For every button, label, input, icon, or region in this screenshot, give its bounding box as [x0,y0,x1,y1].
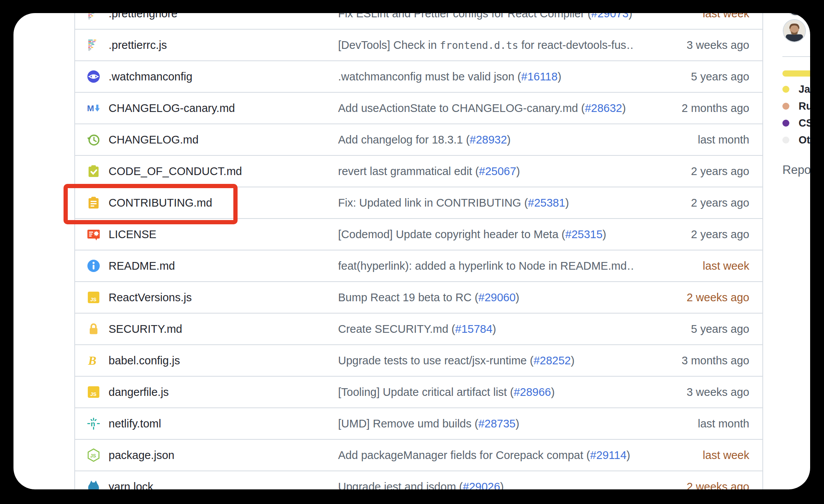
spellcheck-word: artifact [457,386,490,398]
file-name-link[interactable]: dangerfile.js [109,386,338,399]
commit-date: 2 months ago [634,102,749,115]
file-row: README.mdfeat(hyperlink): added a hyperl… [75,250,762,282]
commit-message-link[interactable]: Upgrade tests to use react/jsx-runtime (… [338,354,634,367]
contributor-avatar[interactable] [783,19,806,42]
pr-number-link[interactable]: #25315 [565,228,603,240]
commit-message-link[interactable]: Fix: Updated link in CONTRIBUTING (#2538… [338,197,634,209]
history-clock-icon [87,133,100,147]
pr-number-link[interactable]: #15784 [455,323,492,335]
pr-number-link[interactable]: #28735 [478,417,516,430]
pr-number-link[interactable]: #28932 [470,134,507,146]
pr-number-link[interactable]: #16118 [521,70,558,83]
pr-number-link[interactable]: #29026 [463,481,500,490]
file-name-link[interactable]: .prettierrc.js [109,39,338,52]
language-legend-item[interactable]: Ru [782,98,810,115]
file-name-link[interactable]: babel.config.js [109,354,338,367]
language-label: Ja [799,83,810,95]
language-legend-item[interactable]: CS [782,115,810,132]
commit-date: 2 weeks ago [634,291,749,304]
language-label: CS [799,117,810,129]
language-legend-item[interactable]: Ja [782,81,810,98]
pr-number-link[interactable]: #29060 [478,291,516,304]
commit-message-link[interactable]: Add packageManager fields for Corepack c… [338,449,634,462]
pr-number-link[interactable]: #28252 [534,354,571,367]
info-circle-icon [87,259,100,273]
commit-date: 5 years ago [634,323,749,335]
commit-message-link[interactable]: Add useActionState to CHANGELOG-canary.m… [338,102,634,115]
commit-date: 3 weeks ago [634,386,749,399]
commit-message-link[interactable]: [Codemod] Update copyright header to Met… [338,228,634,241]
svg-text:n: n [91,420,95,428]
file-name-link[interactable]: SECURITY.md [109,323,338,335]
commit-date: 3 weeks ago [634,39,749,52]
commit-date: 3 months ago [634,354,749,367]
commit-message-link[interactable]: [Tooling] Update critical artifact list … [338,386,634,399]
pr-number-link[interactable]: #28966 [514,386,551,398]
svg-text:JS: JS [90,391,97,397]
netlify-icon: n [87,417,100,431]
commit-message-link[interactable]: revert last grammatical edit (#25067) [338,165,634,178]
commit-message-link[interactable]: .watchmanconfig must be valid json (#161… [338,70,634,83]
markdown-download-icon: M [87,101,100,115]
file-row: SECURITY.mdCreate SECURITY.md (#15784)5 … [75,314,762,345]
file-name-link[interactable]: CODE_OF_CONDUCT.md [109,165,338,178]
padlock-icon [87,322,100,336]
commit-date: last month [634,417,749,430]
yarn-cat-icon [87,480,100,489]
annotation-highlight-box [64,184,238,224]
file-row: .watchmanconfig.watchmanconfig must be v… [75,61,762,93]
sidebar-divider [782,56,810,57]
node-hexagon-icon: JS [87,448,100,462]
commit-message-link[interactable]: feat(hyperlink): added a hyperlink to No… [338,260,634,272]
clipboard-check-icon [87,164,100,178]
file-name-link[interactable]: netlify.toml [109,417,338,430]
commit-date: 2 years ago [634,228,749,241]
pr-number-link[interactable]: #25067 [479,165,516,177]
file-name-link[interactable]: LICENSE [109,228,338,241]
commit-message-link[interactable]: Bump React 19 beta to RC (#29060) [338,291,634,304]
language-bar[interactable] [782,70,810,77]
file-name-link[interactable]: .prettierignore [109,13,338,20]
commit-message-link[interactable]: [DevTools] Check in frontend.d.ts for re… [338,39,634,52]
pr-number-link[interactable]: #29073 [591,13,629,20]
pr-number-link[interactable]: #25381 [528,197,565,209]
certificate-icon [87,227,100,241]
file-row: MCHANGELOG-canary.mdAdd useActionState t… [75,93,762,124]
screenshot-frame: .prettierignoreFix ESLint and Prettier c… [0,0,824,504]
file-row: yarn.lockUpgrade jest and jsdom (#29026)… [75,471,762,489]
file-row: JSReactVersions.jsBump React 19 beta to … [75,282,762,314]
language-legend-item[interactable]: Ot [782,132,810,149]
file-name-link[interactable]: package.json [109,449,338,462]
commit-date: last week [634,260,749,272]
file-row: .prettierrc.js[DevTools] Check in fronte… [75,30,762,61]
commit-message-link[interactable]: Create SECURITY.md (#15784) [338,323,634,335]
language-label: Ot [799,134,810,146]
svg-text:B: B [88,354,96,367]
watchman-eye-icon [87,70,100,83]
pr-number-link[interactable]: #29114 [590,449,626,461]
contributor-avatar-partial[interactable] [787,13,805,16]
file-name-link[interactable]: CHANGELOG-canary.md [109,102,338,115]
browser-window: .prettierignoreFix ESLint and Prettier c… [13,13,810,489]
file-name-link[interactable]: README.md [109,260,338,272]
commit-message-link[interactable]: Fix ESLint and Prettier configs for Reac… [338,13,634,20]
language-color-dot [782,86,789,93]
file-table: .prettierignoreFix ESLint and Prettier c… [74,13,763,489]
spellcheck-word: critical [422,386,454,398]
file-name-link[interactable]: yarn.lock [109,481,338,490]
prettier-icon [87,38,100,52]
report-repository-link[interactable]: Repor [782,163,810,177]
file-row: CODE_OF_CONDUCT.mdrevert last grammatica… [75,156,762,187]
prettier-icon [87,13,100,20]
file-name-link[interactable]: .watchmanconfig [109,70,338,83]
js-square-icon: JS [87,290,100,304]
pr-number-link[interactable]: #28632 [585,102,622,114]
file-name-link[interactable]: ReactVersions.js [109,291,338,304]
commit-message-link[interactable]: Add changelog for 18.3.1 (#28932) [338,134,634,146]
commit-message-link[interactable]: [UMD] Remove umd builds (#28735) [338,417,634,430]
svg-text:JS: JS [90,297,97,302]
file-name-link[interactable]: CHANGELOG.md [109,134,338,146]
commit-message-link[interactable]: Upgrade jest and jsdom (#29026) [338,481,634,490]
commit-date: 5 years ago [634,70,749,83]
commit-date: last month [634,134,749,146]
